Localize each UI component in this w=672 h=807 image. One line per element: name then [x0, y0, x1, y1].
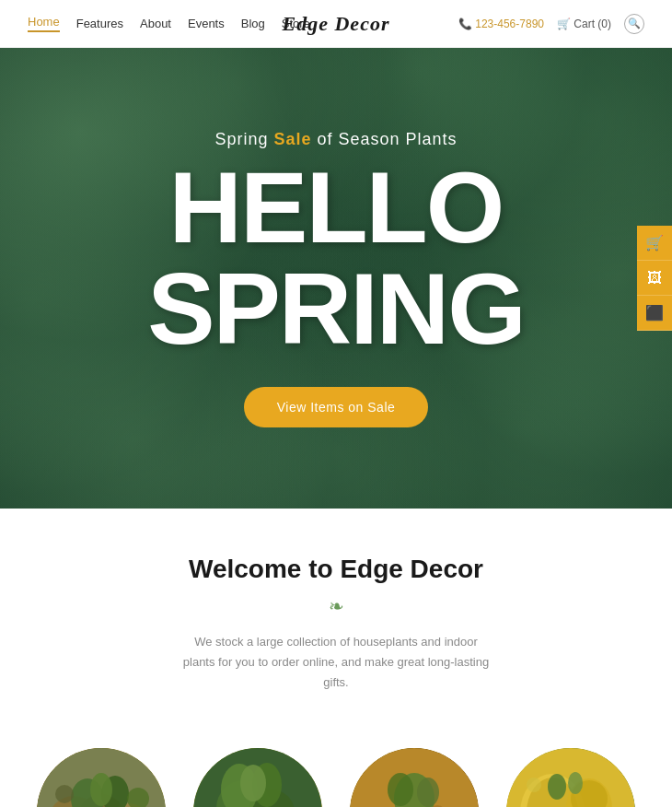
svg-point-10: [216, 780, 272, 807]
svg-point-8: [127, 788, 149, 807]
svg-point-6: [90, 773, 112, 806]
svg-point-28: [520, 774, 585, 807]
subtitle-pre: Spring: [214, 130, 273, 148]
svg-point-12: [221, 764, 258, 807]
nav-home[interactable]: Home: [28, 15, 60, 32]
svg-point-9: [193, 748, 322, 807]
svg-point-13: [252, 763, 282, 807]
svg-point-27: [506, 748, 635, 807]
hero-cta-button[interactable]: View Items on Sale: [244, 387, 429, 427]
phone-icon: 📞: [458, 18, 472, 30]
nav-links: Home Features About Events Blog Store: [28, 15, 310, 32]
svg-point-5: [101, 776, 129, 807]
category-circle-1: 1: [37, 748, 166, 807]
brand-title: Edge Decor: [283, 12, 390, 36]
navbar: Home Features About Events Blog Store Ed…: [0, 0, 672, 48]
search-button[interactable]: 🔍: [624, 14, 644, 34]
cart-side-icon: 🛒: [645, 234, 664, 251]
svg-point-1: [48, 796, 99, 807]
category-plant-pots[interactable]: 3 Plant Pots: [350, 748, 479, 807]
category-circle-2: 2: [193, 748, 322, 807]
hero-section: Spring Sale of Season Plants HELLO SPRIN…: [0, 48, 672, 509]
svg-point-31: [571, 780, 608, 807]
svg-point-18: [350, 748, 479, 807]
phone-number: 📞 123-456-7890: [458, 18, 544, 30]
category-image-3: [350, 748, 479, 807]
nav-right: 📞 123-456-7890 🛒 Cart (0) 🔍: [458, 14, 644, 34]
category-image-4: [506, 748, 635, 807]
welcome-title: Welcome to Edge Decor: [28, 555, 644, 584]
cart-icon: 🛒: [557, 18, 571, 30]
cart-button[interactable]: 🛒 Cart (0): [557, 18, 611, 30]
welcome-divider: ❧: [28, 595, 644, 617]
svg-point-36: [527, 778, 541, 792]
svg-point-2: [78, 794, 124, 807]
image-side-icon: 🖼: [647, 270, 662, 287]
subtitle-sale: Sale: [273, 130, 311, 148]
hero-content: Spring Sale of Season Plants HELLO SPRIN…: [147, 130, 525, 427]
welcome-section: Welcome to Edge Decor ❧ We stock a large…: [0, 509, 672, 720]
category-circle-3: 3: [350, 748, 479, 807]
image-widget[interactable]: 🖼: [637, 261, 672, 296]
svg-point-11: [249, 789, 295, 807]
categories-section: 1 House Plants 2 Office Plants: [0, 720, 672, 807]
layout-side-icon: ⬛: [645, 304, 664, 322]
nav-features[interactable]: Features: [76, 17, 123, 30]
svg-point-29: [527, 778, 578, 807]
svg-point-34: [568, 772, 583, 794]
layout-widget[interactable]: ⬛: [637, 296, 672, 331]
svg-point-21: [417, 778, 439, 807]
hero-title-line2: SPRING: [147, 258, 525, 359]
svg-point-19: [394, 773, 434, 807]
category-office-plants[interactable]: 2 Office Plants: [193, 748, 322, 807]
nav-events[interactable]: Events: [188, 17, 225, 30]
svg-point-4: [71, 778, 104, 807]
svg-point-7: [55, 785, 74, 803]
nav-blog[interactable]: Blog: [241, 17, 265, 30]
svg-point-3: [109, 803, 149, 807]
nav-about[interactable]: About: [140, 17, 171, 30]
svg-point-30: [566, 778, 612, 807]
category-house-plants[interactable]: 1 House Plants: [37, 748, 166, 807]
search-icon: 🔍: [628, 18, 641, 29]
hero-title-line1: HELLO: [147, 157, 525, 258]
category-circle-4: 4: [506, 748, 635, 807]
cart-widget[interactable]: 🛒: [637, 226, 672, 261]
side-widgets: 🛒 🖼 ⬛: [637, 226, 672, 331]
svg-point-33: [548, 774, 566, 800]
category-image-1: [37, 748, 166, 807]
svg-point-0: [37, 748, 166, 807]
subtitle-post: of Season Plants: [311, 130, 457, 148]
welcome-text: We stock a large collection of houseplan…: [180, 632, 492, 693]
category-accessories[interactable]: 4 Accessories: [506, 748, 635, 807]
svg-point-14: [240, 765, 266, 801]
svg-point-20: [388, 773, 413, 806]
category-image-2: [193, 748, 322, 807]
hero-title: HELLO SPRING: [147, 157, 525, 359]
hero-subtitle: Spring Sale of Season Plants: [147, 130, 525, 149]
